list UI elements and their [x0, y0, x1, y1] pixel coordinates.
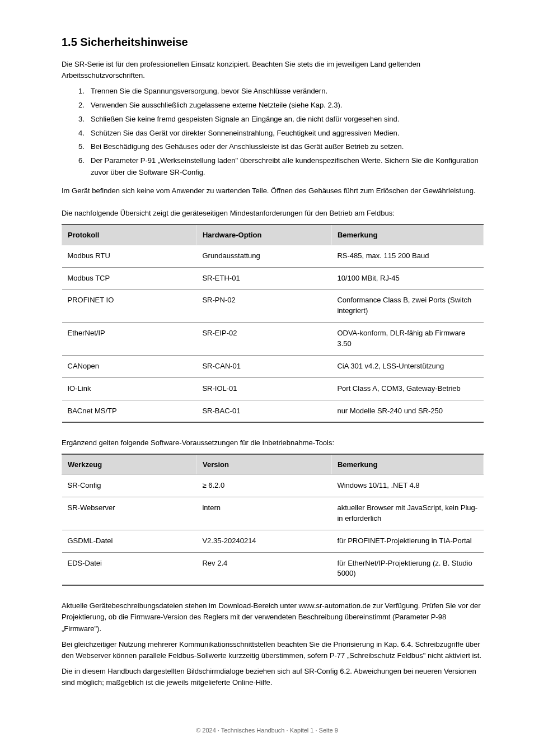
intro-paragraph: Die SR-Serie ist für den professionellen… — [62, 59, 484, 81]
cell: 10/100 MBit, RJ-45 — [331, 267, 483, 290]
list-text: Trennen Sie die Spannungsversorgung, bev… — [91, 87, 327, 95]
list-item: 4.Schützen Sie das Gerät vor direkter So… — [62, 128, 484, 139]
table-row: IO-Link SR-IOL-01 Port Class A, COM3, Ga… — [62, 377, 484, 400]
cell: ODVA-konform, DLR-fähig ab Firmware 3.50 — [331, 323, 483, 356]
cell: SR-CAN-01 — [196, 355, 331, 377]
list-item: 6.Der Parameter P-91 „Werkseinstellung l… — [62, 155, 484, 179]
closing-paragraph-2: Bei gleichzeitiger Nutzung mehrerer Komm… — [62, 639, 484, 661]
table-row: GSDML-Datei V2.35-20240214 für PROFINET-… — [62, 530, 484, 552]
table-row: CANopen SR-CAN-01 CiA 301 v4.2, LSS-Unte… — [62, 355, 484, 377]
cell: nur Modelle SR-240 und SR-250 — [331, 400, 483, 422]
cell: SR-Config — [62, 475, 197, 497]
table-2-title: Ergänzend gelten folgende Software-Vorau… — [62, 437, 484, 449]
closing-paragraph-1: Aktuelle Gerätebeschreibungsdateien steh… — [62, 600, 484, 634]
table-row: EDS-Datei Rev 2.4 für EtherNet/IP-Projek… — [62, 552, 484, 585]
table-header: Protokoll — [62, 225, 197, 245]
table-header: Bemerkung — [331, 225, 483, 245]
cell: RS-485, max. 115 200 Baud — [331, 245, 483, 267]
list-text: Der Parameter P-91 „Werkseinstellung lad… — [91, 156, 479, 176]
cell: ≥ 6.2.0 — [196, 475, 331, 497]
list-number: 1. — [78, 86, 91, 97]
cell: SR-ETH-01 — [196, 267, 331, 290]
closing-paragraph-3: Die in diesem Handbuch dargestellten Bil… — [62, 666, 484, 688]
table-header: Hardware-Option — [196, 225, 331, 245]
list-text: Schließen Sie keine fremd gespeisten Sig… — [91, 115, 399, 123]
cell: EDS-Datei — [62, 552, 197, 585]
table-1-title: Die nachfolgende Übersicht zeigt die ger… — [62, 208, 484, 220]
cell: CiA 301 v4.2, LSS-Unterstützung — [331, 355, 483, 377]
cell: Port Class A, COM3, Gateway-Betrieb — [331, 377, 483, 400]
cell: V2.35-20240214 — [196, 530, 331, 552]
table-header: Bemerkung — [331, 454, 483, 475]
list-number: 5. — [78, 141, 91, 153]
cell: SR-BAC-01 — [196, 400, 331, 422]
section-heading: 1.5 Sicherheitshinweise — [62, 36, 484, 49]
list-text: Bei Beschädigung des Gehäuses oder der A… — [91, 142, 404, 151]
table-row: SR-Webserver intern aktueller Browser mi… — [62, 497, 484, 530]
cell: SR-Webserver — [62, 497, 197, 530]
table-row: EtherNet/IP SR-EIP-02 ODVA-konform, DLR-… — [62, 323, 484, 356]
list-number: 2. — [78, 100, 91, 111]
protocol-requirements-table: Protokoll Hardware-Option Bemerkung Modb… — [62, 224, 484, 423]
cell: Modbus RTU — [62, 245, 197, 267]
list-number: 6. — [78, 155, 91, 167]
cell: SR-EIP-02 — [196, 323, 331, 356]
cell: Rev 2.4 — [196, 552, 331, 585]
table-header: Version — [196, 454, 331, 475]
cell: für EtherNet/IP-Projektierung (z. B. Stu… — [331, 552, 483, 585]
table-row: Modbus TCP SR-ETH-01 10/100 MBit, RJ-45 — [62, 267, 484, 290]
cell: Modbus TCP — [62, 267, 197, 290]
list-text: Verwenden Sie ausschließlich zugelassene… — [91, 101, 342, 109]
list-item: 5.Bei Beschädigung des Gehäuses oder der… — [62, 141, 484, 153]
software-requirements-table: Werkzeug Version Bemerkung SR-Config ≥ 6… — [62, 454, 484, 586]
cell: PROFINET IO — [62, 290, 197, 323]
cell: Windows 10/11, .NET 4.8 — [331, 475, 483, 497]
cell: Conformance Class B, zwei Ports (Switch … — [331, 290, 483, 323]
list-item: 1.Trennen Sie die Spannungsversorgung, b… — [62, 86, 484, 97]
table-header: Werkzeug — [62, 454, 197, 475]
page-footer: © 2024 · Technisches Handbuch · Kapitel … — [0, 727, 534, 734]
list-text: Schützen Sie das Gerät vor direkter Sonn… — [91, 129, 399, 137]
cell: SR-PN-02 — [196, 290, 331, 323]
cell: BACnet MS/TP — [62, 400, 197, 422]
cell: GSDML-Datei — [62, 530, 197, 552]
cell: SR-IOL-01 — [196, 377, 331, 400]
table-row: Modbus RTU Grundausstattung RS-485, max.… — [62, 245, 484, 267]
list-number: 3. — [78, 114, 91, 125]
cell: für PROFINET-Projektierung in TIA-Portal — [331, 530, 483, 552]
list-number: 4. — [78, 128, 91, 139]
cell: intern — [196, 497, 331, 530]
table-row: SR-Config ≥ 6.2.0 Windows 10/11, .NET 4.… — [62, 475, 484, 497]
cell: IO-Link — [62, 377, 197, 400]
list-item: 3.Schließen Sie keine fremd gespeisten S… — [62, 114, 484, 125]
table-row: PROFINET IO SR-PN-02 Conformance Class B… — [62, 290, 484, 323]
cell: aktueller Browser mit JavaScript, kein P… — [331, 497, 483, 530]
cell: Grundausstattung — [196, 245, 331, 267]
cell: CANopen — [62, 355, 197, 377]
list-item: 2.Verwenden Sie ausschließlich zugelasse… — [62, 100, 484, 111]
intro-paragraph-2: Im Gerät befinden sich keine vom Anwende… — [62, 185, 484, 197]
cell: EtherNet/IP — [62, 323, 197, 356]
table-row: BACnet MS/TP SR-BAC-01 nur Modelle SR-24… — [62, 400, 484, 422]
